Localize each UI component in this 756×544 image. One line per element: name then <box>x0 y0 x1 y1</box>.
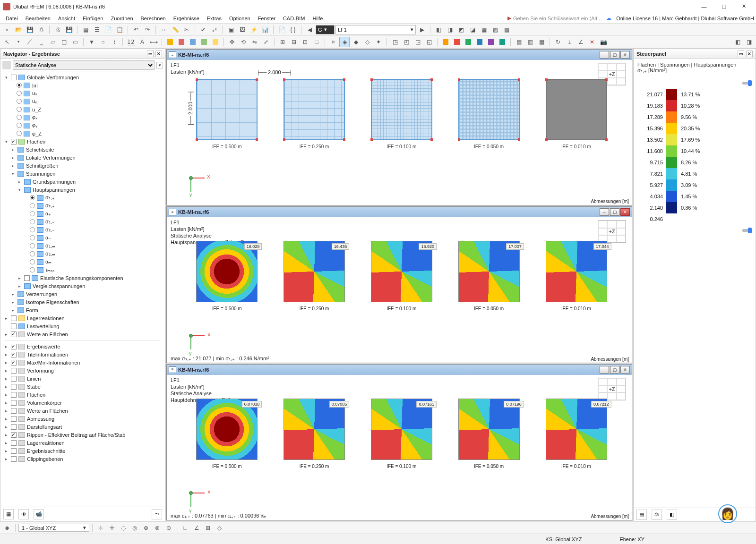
view1-canvas[interactable]: LF1 Lasten [kN/m²] ├── 2.000 ──┤ ├── 2.0… <box>167 60 632 205</box>
def-radio-5[interactable]: φᵧ <box>3 121 165 129</box>
menu-extras[interactable]: Extras <box>203 15 225 22</box>
snap7-icon[interactable]: ⊙ <box>163 523 174 533</box>
display-option-13[interactable]: ▸Ergebnisschnitte <box>3 447 165 455</box>
ruler-icon[interactable]: 📏 <box>170 25 180 35</box>
display-option-7[interactable]: ▸Volumenkörper <box>3 399 165 407</box>
ortho-icon[interactable]: ∟ <box>180 523 190 533</box>
t1g-icon[interactable]: ▩ <box>501 25 512 35</box>
maximize-button[interactable]: ▢ <box>714 1 733 12</box>
col4-icon[interactable] <box>474 37 485 47</box>
display-option-2[interactable]: ▸Max/Min-Informationen <box>3 358 165 366</box>
t1f-icon[interactable]: ▨ <box>490 25 500 35</box>
hp-radio-1[interactable]: σ₂,₊ <box>23 202 165 210</box>
nav-views-icon[interactable]: 📹 <box>34 509 44 519</box>
undo-icon[interactable]: ↶ <box>131 25 141 35</box>
ax2-icon[interactable]: ∠ <box>576 37 586 47</box>
view2-max-button[interactable]: ▢ <box>610 208 619 216</box>
control-pin-icon[interactable]: ▭ <box>738 51 744 57</box>
scissors-icon[interactable]: ✂ <box>181 25 192 35</box>
close-button[interactable]: ✕ <box>734 1 753 12</box>
tbl-icon[interactable]: ▤ <box>514 37 524 47</box>
display-option-9[interactable]: ▸Abmessung <box>3 415 165 423</box>
snap6-icon[interactable]: ⊗ <box>152 523 163 533</box>
def-radio-3[interactable]: u_Z <box>3 105 165 113</box>
snap5-icon[interactable]: ⊕ <box>141 523 151 533</box>
sidebar-toggle-icon[interactable]: ◧ <box>732 37 743 47</box>
nav-display-icon[interactable]: 👁 <box>18 509 29 519</box>
col5-icon[interactable] <box>486 37 496 47</box>
calc-icon[interactable]: 📊 <box>260 25 270 35</box>
next-icon[interactable]: ▶ <box>417 25 427 35</box>
display-option-1[interactable]: ▸Titelinformationen <box>3 350 165 358</box>
results-tree[interactable]: ▾Globale Verformungen |u|uₓuᵧu_Zφₓφᵧφ_Z … <box>0 71 165 507</box>
nav-cube-2[interactable]: +Z <box>598 220 626 243</box>
view1-max-button[interactable]: ▢ <box>610 51 619 59</box>
t1b-icon[interactable]: ◨ <box>445 25 455 35</box>
legend-tab-display-icon[interactable]: ⚖ <box>652 510 662 520</box>
menu-hilfe[interactable]: Hilfe <box>309 15 326 22</box>
tbl2-icon[interactable]: ▥ <box>525 37 535 47</box>
cursor-icon[interactable]: ↖ <box>2 37 12 47</box>
t1e-icon[interactable]: ▦ <box>479 25 489 35</box>
display-option-11[interactable]: ▸Rippen - Effektiver Beitrag auf Fläche/… <box>3 431 165 439</box>
dim-icon[interactable]: ⟷ <box>148 37 159 47</box>
hp-radio-0[interactable]: σ₁,₊ <box>23 194 165 202</box>
col1-icon[interactable] <box>440 37 451 47</box>
view1-min-button[interactable]: – <box>600 51 609 59</box>
hp-radio-8[interactable]: αₘ <box>23 258 165 266</box>
t1d-icon[interactable]: ◪ <box>467 25 478 35</box>
t1c-icon[interactable]: ◩ <box>456 25 466 35</box>
scale-icon[interactable]: ⤢ <box>261 37 271 47</box>
view2-close-button[interactable]: ✕ <box>620 208 630 216</box>
navigator-pin-icon[interactable]: ▭ <box>147 51 154 57</box>
shade-icon[interactable]: ◆ <box>351 37 361 47</box>
hinge-icon[interactable]: ○ <box>98 37 108 47</box>
measure-icon[interactable]: ↔ <box>159 25 169 35</box>
check-icon[interactable]: ✔ <box>198 25 208 35</box>
image-icon[interactable]: 🖼 <box>237 25 248 35</box>
display-option-0[interactable]: ▸Ergebniswerte <box>3 342 165 350</box>
surface-icon[interactable]: ▱ <box>47 37 58 47</box>
ax1-icon[interactable]: ⟂ <box>564 37 575 47</box>
display-option-14[interactable]: ▸Clippingebenen <box>3 455 165 463</box>
help-avatar[interactable]: 👩 <box>718 504 737 523</box>
menu-fenster[interactable]: Fenster <box>254 15 279 22</box>
sec3-icon[interactable]: ⊡ <box>300 37 310 47</box>
sec2-icon[interactable]: ⊟ <box>289 37 299 47</box>
nav-results-icon[interactable]: ⤳ <box>152 509 162 519</box>
sec1-icon[interactable]: ⊞ <box>277 37 288 47</box>
view3-canvas[interactable]: LF1 Lasten [kN/m²] Statische Analyse Hau… <box>167 375 632 520</box>
camera-icon[interactable]: 📷 <box>598 37 609 47</box>
display-option-10[interactable]: ▸Darstellungsart <box>3 423 165 431</box>
legend-top-slider[interactable] <box>742 82 752 85</box>
menu-zuordnen[interactable]: Zuordnen <box>107 15 137 22</box>
report-icon[interactable]: 📄 <box>103 25 113 35</box>
control-close-icon[interactable]: ✕ <box>746 51 753 57</box>
combo-load-case[interactable]: LF1▾ <box>335 25 416 34</box>
legend-tab-settings-icon[interactable]: ◧ <box>667 510 677 520</box>
print-icon[interactable]: 🖨 <box>52 25 63 35</box>
minimize-button[interactable]: — <box>695 1 713 12</box>
member-icon[interactable]: ⎯ <box>36 37 46 47</box>
nav-popup-icon[interactable]: ▾ <box>156 62 163 68</box>
solid-render-icon[interactable]: ◈ <box>339 37 350 47</box>
panel-toggle-icon[interactable]: ◨ <box>744 37 754 47</box>
analysis-type-select[interactable]: Statische Analyse <box>13 60 155 70</box>
script-icon[interactable]: { } <box>288 25 298 35</box>
display-option-3[interactable]: ▸Verformung <box>3 366 165 374</box>
refine-icon[interactable]: ✦ <box>373 37 384 47</box>
iso-y-icon[interactable]: ◰ <box>401 37 412 47</box>
hp-radio-4[interactable]: σ₂,₋ <box>23 226 165 234</box>
grid2-icon[interactable]: ⊞ <box>203 523 213 533</box>
def-radio-4[interactable]: φₓ <box>3 113 165 121</box>
save-icon[interactable]: 💾 <box>25 25 35 35</box>
snap4-icon[interactable]: ◎ <box>129 523 140 533</box>
display-option-6[interactable]: ▸Flächen <box>3 391 165 399</box>
def-radio-6[interactable]: φ_Z <box>3 129 165 137</box>
grid-icon[interactable]: ▦ <box>80 25 91 35</box>
r1-icon[interactable] <box>165 37 175 47</box>
def-radio-2[interactable]: uᵧ <box>3 97 165 105</box>
iso-z-icon[interactable]: ◲ <box>412 37 423 47</box>
support-icon[interactable]: ▼ <box>86 37 97 47</box>
rotate-icon[interactable]: ⟲ <box>238 37 249 47</box>
